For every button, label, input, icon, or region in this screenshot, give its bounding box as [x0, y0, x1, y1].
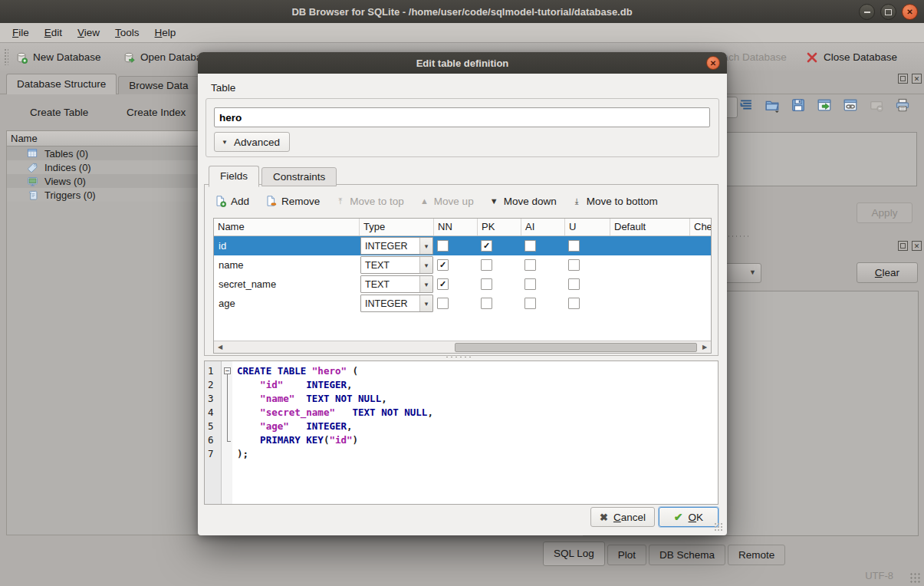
remove-icon [265, 195, 277, 207]
column-header-check[interactable]: Check [690, 219, 711, 235]
execute-sql-icon[interactable] [817, 97, 832, 113]
move-to-top-button[interactable]: ⤒Move to top [335, 196, 404, 207]
checkbox-ai[interactable] [524, 259, 536, 271]
type-combobox[interactable]: INTEGER▾ [360, 237, 433, 255]
field-check [690, 236, 711, 255]
save-sql-file-icon[interactable] [791, 97, 806, 113]
field-row-id[interactable]: idINTEGER▾ [214, 236, 711, 255]
menu-file[interactable]: File [5, 23, 37, 42]
fold-marker-icon[interactable]: − [224, 367, 231, 374]
fields-toolbar: AddRemove⤒Move to top▲Move up▼Move down⤓… [214, 191, 658, 211]
horizontal-scrollbar[interactable]: ◀ ▶ [214, 341, 711, 353]
scroll-right-arrow[interactable]: ▶ [699, 342, 711, 353]
tab-sql-log[interactable]: SQL Log [543, 542, 605, 566]
tab-remote[interactable]: Remote [728, 545, 785, 565]
scrollbar-thumb[interactable] [455, 343, 697, 352]
sql-line: 1−CREATE TABLE "hero" ( [205, 365, 718, 379]
checkbox-ai[interactable] [524, 240, 536, 252]
checkbox-nn[interactable] [437, 259, 449, 271]
table-groupbox: ▼ Advanced [206, 98, 719, 157]
column-header-nn[interactable]: NN [434, 219, 478, 235]
checkbox-pk[interactable] [481, 259, 492, 271]
encoding-status: UTF-8 [865, 570, 893, 581]
dock-close-button[interactable]: ✕ [912, 241, 922, 251]
tab-plot[interactable]: Plot [607, 545, 646, 565]
column-header-pk[interactable]: PK [478, 219, 521, 235]
field-name: age [214, 294, 360, 313]
dock-close-button[interactable]: ✕ [912, 74, 922, 84]
move-to-bottom-button[interactable]: ⤓Move to bottom [572, 196, 658, 207]
ok-button[interactable]: ✔ OK [659, 507, 718, 527]
close-icon: ✕ [710, 59, 716, 67]
type-combobox[interactable]: TEXT▾ [360, 275, 433, 293]
checkbox-ai[interactable] [524, 298, 536, 309]
dialog-resize-grip[interactable] [714, 522, 723, 532]
type-combobox[interactable]: INTEGER▾ [360, 295, 433, 312]
resize-grip[interactable] [909, 572, 921, 584]
open-sql-file-icon[interactable] [765, 97, 780, 113]
bottom-dock-tabbar: SQL LogPlotDB SchemaRemote [543, 542, 785, 566]
column-header-default[interactable]: Default [610, 219, 690, 235]
dock-float-button[interactable] [898, 241, 908, 251]
toolbar-drag-handle[interactable] [4, 48, 8, 65]
column-header-name[interactable]: Name [214, 219, 360, 235]
remove-button[interactable]: Remove [265, 195, 320, 207]
window-title: DB Browser for SQLite - /home/user/code/… [291, 6, 632, 18]
minimize-button[interactable] [859, 4, 875, 20]
tab-fields[interactable]: Fields [209, 166, 259, 187]
splitter-handle[interactable] [445, 356, 474, 358]
tab-browse-data[interactable]: Browse Data [118, 76, 199, 94]
checkbox-u[interactable] [568, 278, 580, 290]
maximize-button[interactable] [880, 4, 896, 20]
sql-preview: 1−CREATE TABLE "hero" (2 "id" INTEGER,3 … [204, 360, 718, 505]
checkbox-u[interactable] [568, 259, 580, 271]
checkbox-nn[interactable] [437, 278, 449, 290]
column-header-ai[interactable]: AI [521, 219, 565, 235]
column-header-type[interactable]: Type [360, 219, 434, 235]
type-combobox[interactable]: TEXT▾ [360, 256, 433, 274]
tab-constraints[interactable]: Constraints [261, 167, 337, 186]
menu-edit[interactable]: Edit [37, 23, 70, 42]
stop-icon[interactable] [869, 97, 884, 113]
checkbox-u[interactable] [568, 240, 580, 252]
move-down-button[interactable]: ▼Move down [489, 196, 557, 207]
apply-button[interactable]: Apply [857, 202, 912, 223]
checkbox-pk[interactable] [481, 278, 492, 290]
chevron-down-icon: ▼ [749, 268, 756, 276]
sql-toolbar [738, 97, 910, 113]
dialog-close-button[interactable]: ✕ [706, 56, 720, 70]
checkbox-pk[interactable] [481, 298, 492, 309]
checkbox-u[interactable] [568, 298, 580, 309]
close-database-button[interactable]: Close Database [806, 47, 897, 67]
checkbox-ai[interactable] [524, 278, 536, 290]
close-button[interactable]: ✕ [902, 4, 918, 20]
new-database-button[interactable]: New Database [15, 47, 101, 67]
field-row-secret-name[interactable]: secret_nameTEXT▾ [214, 275, 711, 294]
menu-tools[interactable]: Tools [107, 23, 147, 42]
checkbox-pk[interactable] [481, 240, 492, 252]
checkbox-nn[interactable] [437, 298, 449, 309]
checkbox-nn[interactable] [437, 240, 449, 252]
tab-database-structure[interactable]: Database Structure [6, 74, 117, 94]
move-up-button[interactable]: ▲Move up [419, 196, 474, 207]
advanced-button[interactable]: ▼ Advanced [214, 132, 290, 152]
field-row-name[interactable]: nameTEXT▾ [214, 255, 711, 275]
create-table-button[interactable]: Create Table [12, 102, 88, 122]
dock-splitter-handle[interactable] [727, 235, 748, 238]
clear-button[interactable]: Clear [857, 262, 918, 283]
menu-help[interactable]: Help [147, 23, 184, 42]
tab-db-schema[interactable]: DB Schema [649, 545, 725, 565]
field-row-age[interactable]: ageINTEGER▾ [214, 294, 711, 313]
add-button[interactable]: Add [214, 195, 249, 207]
table-name-input[interactable] [214, 107, 710, 127]
menu-view[interactable]: View [70, 23, 107, 42]
dock-float-button[interactable] [898, 74, 908, 84]
cancel-button[interactable]: ✖ Cancel [590, 507, 655, 527]
sql-line: 2 "id" INTEGER, [205, 379, 718, 393]
format-sql-icon[interactable] [738, 97, 754, 113]
print-icon[interactable] [895, 97, 910, 113]
attach-link-icon[interactable] [843, 97, 858, 113]
scroll-left-arrow[interactable]: ◀ [214, 342, 226, 353]
column-header-u[interactable]: U [565, 219, 610, 235]
create-index-button[interactable]: Create Index [109, 102, 186, 122]
